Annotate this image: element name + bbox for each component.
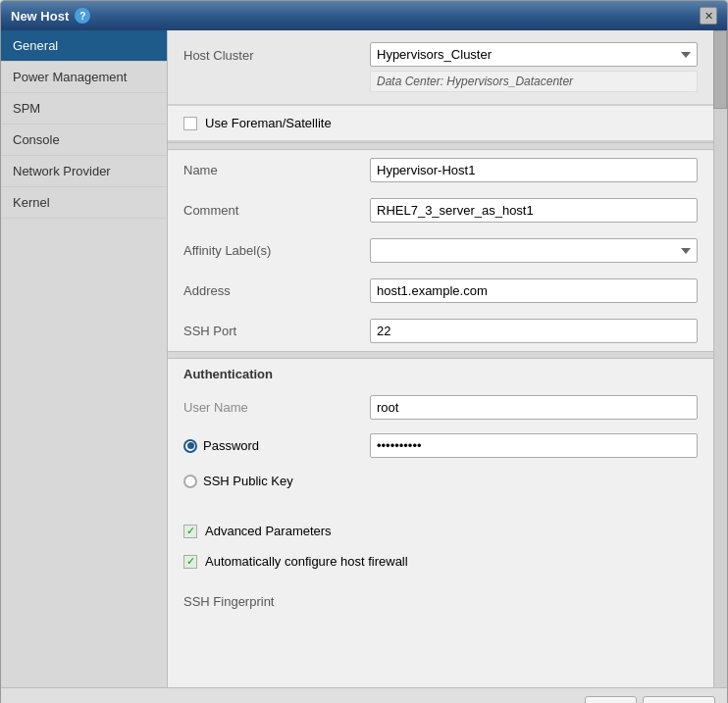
- sidebar-item-console[interactable]: Console: [1, 125, 167, 156]
- affinity-control: [370, 238, 698, 263]
- password-input[interactable]: [370, 433, 698, 458]
- foreman-checkbox[interactable]: [183, 117, 197, 130]
- password-control: [370, 433, 698, 458]
- close-button[interactable]: ✕: [700, 7, 717, 25]
- main-inner: Host Cluster Hypervisors_Cluster Data Ce…: [168, 30, 727, 617]
- username-label: User Name: [183, 400, 360, 415]
- host-cluster-control: Hypervisors_Cluster Data Center: Hypervi…: [370, 42, 698, 92]
- scrollbar-thumb[interactable]: [713, 30, 727, 109]
- auth-section-label: Authentication: [168, 359, 713, 389]
- dialog-title: New Host: [11, 9, 69, 24]
- password-label: Password: [203, 438, 259, 453]
- ssh-public-key-radio[interactable]: [183, 475, 197, 488]
- advanced-label: Advanced Parameters: [205, 524, 332, 538]
- cancel-button[interactable]: Cancel: [643, 696, 715, 703]
- ssh-fingerprint-label: SSH Fingerprint: [183, 594, 360, 609]
- datacenter-hint: Data Center: Hypervisors_Datacenter: [370, 71, 698, 92]
- foreman-label: Use Foreman/Satellite: [205, 116, 332, 130]
- affinity-row: Affinity Label(s): [168, 230, 713, 271]
- auto-firewall-checkbox[interactable]: ✓: [183, 555, 197, 569]
- name-control: [370, 158, 698, 182]
- new-host-dialog: New Host ? ✕ General Power Management SP…: [0, 0, 728, 703]
- spacer: [168, 496, 713, 516]
- username-row: User Name: [168, 389, 713, 426]
- ok-button[interactable]: OK: [585, 696, 637, 703]
- ssh-fingerprint-row: SSH Fingerprint: [168, 586, 713, 617]
- ssh-port-input[interactable]: [370, 319, 698, 343]
- address-label: Address: [183, 283, 360, 298]
- title-left: New Host ?: [11, 8, 90, 24]
- sidebar-item-general[interactable]: General: [1, 30, 167, 62]
- name-input[interactable]: [370, 158, 698, 182]
- help-icon[interactable]: ?: [75, 8, 90, 24]
- auto-firewall-label: Automatically configure host firewall: [205, 554, 408, 569]
- username-input[interactable]: [370, 395, 698, 420]
- address-control: [370, 278, 698, 303]
- comment-control: [370, 198, 698, 223]
- comment-input[interactable]: [370, 198, 698, 223]
- sidebar-item-kernel[interactable]: Kernel: [1, 187, 167, 219]
- address-row: Address: [168, 271, 713, 311]
- scrollbar-track: [713, 30, 727, 687]
- host-cluster-section: Host Cluster Hypervisors_Cluster Data Ce…: [168, 30, 713, 106]
- ssh-port-label: SSH Port: [183, 324, 360, 338]
- dialog-body: General Power Management SPM Console Net…: [1, 30, 727, 687]
- name-row: Name: [168, 150, 713, 190]
- foreman-row: Use Foreman/Satellite: [168, 106, 713, 142]
- username-control: [370, 395, 698, 420]
- dialog-footer: OK Cancel: [1, 687, 727, 703]
- ssh-port-control: [370, 319, 698, 343]
- comment-row: Comment: [168, 190, 713, 230]
- comment-label: Comment: [183, 203, 360, 218]
- sidebar-item-spm[interactable]: SPM: [1, 93, 167, 125]
- ssh-public-key-label: SSH Public Key: [203, 474, 293, 488]
- spacer2: [168, 577, 713, 586]
- sidebar-item-network-provider[interactable]: Network Provider: [1, 156, 167, 187]
- advanced-row: ✓ Advanced Parameters: [168, 516, 713, 546]
- host-cluster-row: Host Cluster Hypervisors_Cluster Data Ce…: [183, 42, 698, 92]
- auto-firewall-row: ✓ Automatically configure host firewall: [168, 546, 713, 577]
- ssh-key-row: SSH Public Key: [168, 466, 713, 496]
- affinity-label: Affinity Label(s): [183, 243, 360, 258]
- dialog-titlebar: New Host ? ✕: [1, 1, 727, 30]
- password-row: Password: [168, 426, 713, 466]
- affinity-select[interactable]: [370, 238, 698, 263]
- password-radio[interactable]: [183, 439, 197, 453]
- host-cluster-select[interactable]: Hypervisors_Cluster: [370, 42, 698, 67]
- main-content: Host Cluster Hypervisors_Cluster Data Ce…: [168, 30, 727, 687]
- address-input[interactable]: [370, 278, 698, 303]
- separator2: [168, 351, 713, 359]
- sidebar: General Power Management SPM Console Net…: [1, 30, 168, 687]
- ssh-port-row: SSH Port: [168, 311, 713, 351]
- host-cluster-label: Host Cluster: [183, 42, 360, 63]
- name-label: Name: [183, 163, 360, 177]
- separator: [168, 142, 713, 150]
- sidebar-item-power-management[interactable]: Power Management: [1, 62, 167, 93]
- advanced-checkbox[interactable]: ✓: [183, 525, 197, 538]
